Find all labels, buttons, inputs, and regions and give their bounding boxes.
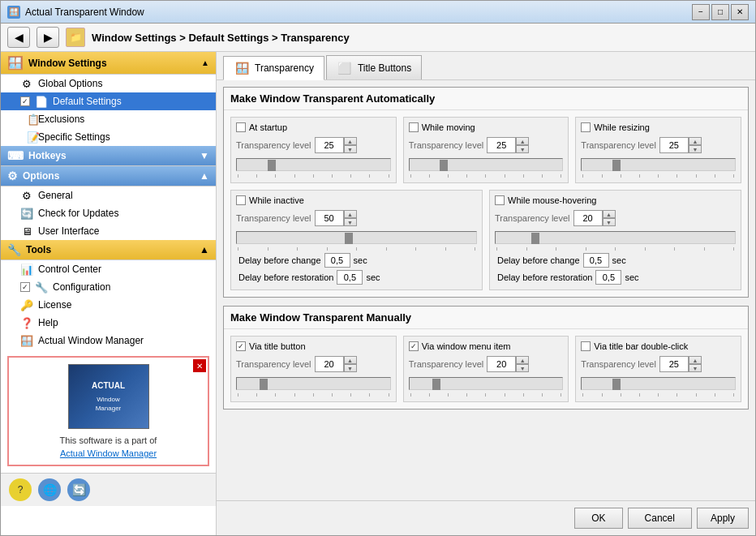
ok-button[interactable]: OK <box>574 508 622 529</box>
via-double-click-slider-track[interactable] <box>581 377 736 390</box>
while-resizing-value[interactable] <box>659 137 689 153</box>
sidebar-item-help[interactable]: ❓ Help <box>1 314 216 332</box>
via-title-btn-checkbox[interactable]: ✓ <box>236 341 246 351</box>
default-settings-checkbox[interactable]: ✓ <box>20 96 30 106</box>
while-inactive-down-btn[interactable]: ▼ <box>344 218 357 226</box>
at-startup-down-btn[interactable]: ▼ <box>344 145 357 153</box>
at-startup-slider-track[interactable] <box>236 158 391 171</box>
sidebar-item-global-options[interactable]: ⚙ Global Options <box>1 75 216 92</box>
while-moving-down-btn[interactable]: ▼ <box>516 145 529 153</box>
while-hovering-slider-track[interactable] <box>495 231 736 244</box>
while-moving-up-btn[interactable]: ▲ <box>516 137 529 145</box>
forward-button[interactable]: ▶ <box>37 27 59 48</box>
while-resizing-down-btn[interactable]: ▼ <box>689 145 702 153</box>
close-button[interactable]: ✕ <box>731 4 749 20</box>
via-title-btn-up-btn[interactable]: ▲ <box>344 356 357 364</box>
while-resizing-slider-track[interactable] <box>581 158 736 171</box>
via-window-menu-up-btn[interactable]: ▲ <box>516 356 529 364</box>
while-hovering-level-row: Transparency level ▲ ▼ <box>495 210 736 226</box>
check-updates-icon: 🔄 <box>20 207 33 220</box>
at-startup-spinner[interactable]: ▲ ▼ <box>315 137 357 153</box>
sidebar-item-general[interactable]: ⚙ General <box>1 187 216 204</box>
while-inactive-slider-thumb[interactable] <box>345 233 353 244</box>
inactive-delay-change-label: Delay before change <box>236 255 321 265</box>
via-double-click-checkbox[interactable] <box>581 341 591 351</box>
while-inactive-slider-track[interactable] <box>236 231 477 244</box>
promo-link[interactable]: Actual Window Manager <box>15 448 201 458</box>
via-double-click-spinner[interactable]: ▲ ▼ <box>659 356 702 372</box>
via-window-menu-checkbox[interactable]: ✓ <box>409 341 419 351</box>
via-title-btn-down-btn[interactable]: ▼ <box>344 364 357 372</box>
via-double-click-down-btn[interactable]: ▼ <box>689 364 702 372</box>
configuration-checkbox[interactable]: ✓ <box>20 282 30 292</box>
while-inactive-spinner[interactable]: ▲ ▼ <box>315 210 357 226</box>
window-settings-header[interactable]: 🪟 Window Settings ▲ <box>1 52 216 75</box>
cancel-button[interactable]: Cancel <box>628 508 692 529</box>
via-double-click-slider-thumb[interactable] <box>612 379 621 390</box>
inactive-delay-restore-input[interactable] <box>337 270 363 285</box>
at-startup-slider-thumb[interactable] <box>268 160 276 171</box>
while-moving-slider-thumb[interactable] <box>440 160 448 171</box>
while-moving-slider-track[interactable] <box>409 158 564 171</box>
back-button[interactable]: ◀ <box>7 27 30 48</box>
sidebar-item-default-settings[interactable]: ✓ 📄 Default Settings <box>1 92 216 110</box>
while-moving-checkbox[interactable] <box>409 122 419 132</box>
update-bottom-icon[interactable]: 🔄 <box>67 478 90 501</box>
at-startup-value[interactable] <box>315 137 344 153</box>
while-inactive-checkbox[interactable] <box>236 195 246 205</box>
while-resizing-slider-thumb[interactable] <box>612 160 621 171</box>
via-title-btn-slider-track[interactable] <box>236 377 391 390</box>
via-title-btn-spinner[interactable]: ▲ ▼ <box>315 356 357 372</box>
hotkeys-header[interactable]: ⌨ Hotkeys ▼ <box>1 146 216 166</box>
while-resizing-checkbox[interactable] <box>581 122 591 132</box>
via-window-menu-value[interactable] <box>487 356 516 372</box>
sidebar-item-exclusions[interactable]: 📋 Exclusions <box>1 110 216 128</box>
via-double-click-up-btn[interactable]: ▲ <box>689 356 702 364</box>
while-moving-spinner[interactable]: ▲ ▼ <box>487 137 529 153</box>
while-hovering-checkbox[interactable] <box>495 195 505 205</box>
while-inactive-up-btn[interactable]: ▲ <box>344 210 357 218</box>
tools-header[interactable]: 🔧 Tools ▲ <box>1 240 216 260</box>
sidebar-item-control-center[interactable]: 📊 Control Center <box>1 260 216 278</box>
options-header[interactable]: ⚙ Options ▲ <box>1 166 216 187</box>
via-window-menu-slider-thumb[interactable] <box>432 379 440 390</box>
while-moving-value[interactable] <box>487 137 516 153</box>
at-startup-checkbox[interactable] <box>236 122 246 132</box>
inactive-delay-change-input[interactable] <box>324 253 350 268</box>
while-resizing-spinner[interactable]: ▲ ▼ <box>659 137 702 153</box>
tab-bar: 🪟 Transparency ⬜ Title Buttons <box>217 52 755 80</box>
hovering-delay-change-input[interactable] <box>583 253 609 268</box>
bottom-buttons: OK Cancel Apply <box>217 500 755 535</box>
sidebar-item-specific-settings[interactable]: 📝 Specific Settings <box>1 128 216 146</box>
nav-bar: ◀ ▶ 📁 Window Settings > Default Settings… <box>1 24 755 52</box>
while-inactive-value[interactable] <box>315 210 344 226</box>
sidebar-item-user-interface[interactable]: 🖥 User Interface <box>1 222 216 240</box>
help-bottom-icon[interactable]: ? <box>9 478 32 501</box>
tab-transparency[interactable]: 🪟 Transparency <box>223 56 324 80</box>
info-bottom-icon[interactable]: 🌐 <box>38 478 61 501</box>
via-title-btn-slider-thumb[interactable] <box>260 379 268 390</box>
sidebar-item-configuration[interactable]: ✓ 🔧 Configuration <box>1 278 216 296</box>
at-startup-up-btn[interactable]: ▲ <box>344 137 357 145</box>
maximize-button[interactable]: □ <box>711 4 729 20</box>
via-window-menu-spinner[interactable]: ▲ ▼ <box>487 356 529 372</box>
control-center-icon: 📊 <box>20 263 33 276</box>
minimize-button[interactable]: − <box>692 4 710 20</box>
while-hovering-slider-thumb[interactable] <box>531 233 539 244</box>
tab-title-buttons[interactable]: ⬜ Title Buttons <box>326 55 422 79</box>
while-hovering-down-btn[interactable]: ▼ <box>603 218 616 226</box>
via-title-btn-value[interactable] <box>315 356 344 372</box>
promo-close-button[interactable]: ✕ <box>193 359 206 372</box>
while-resizing-up-btn[interactable]: ▲ <box>689 137 702 145</box>
sidebar-item-license[interactable]: 🔑 License <box>1 296 216 314</box>
via-window-menu-slider-track[interactable] <box>409 377 564 390</box>
via-window-menu-down-btn[interactable]: ▼ <box>516 364 529 372</box>
sidebar-item-actual-window-manager[interactable]: 🪟 Actual Window Manager <box>1 332 216 349</box>
while-hovering-value[interactable] <box>573 210 603 226</box>
sidebar-item-check-updates[interactable]: 🔄 Check for Updates <box>1 204 216 222</box>
apply-button[interactable]: Apply <box>697 508 749 529</box>
via-double-click-value[interactable] <box>659 356 689 372</box>
while-hovering-up-btn[interactable]: ▲ <box>603 210 616 218</box>
while-hovering-spinner[interactable]: ▲ ▼ <box>573 210 616 226</box>
hovering-delay-restore-input[interactable] <box>595 270 621 285</box>
